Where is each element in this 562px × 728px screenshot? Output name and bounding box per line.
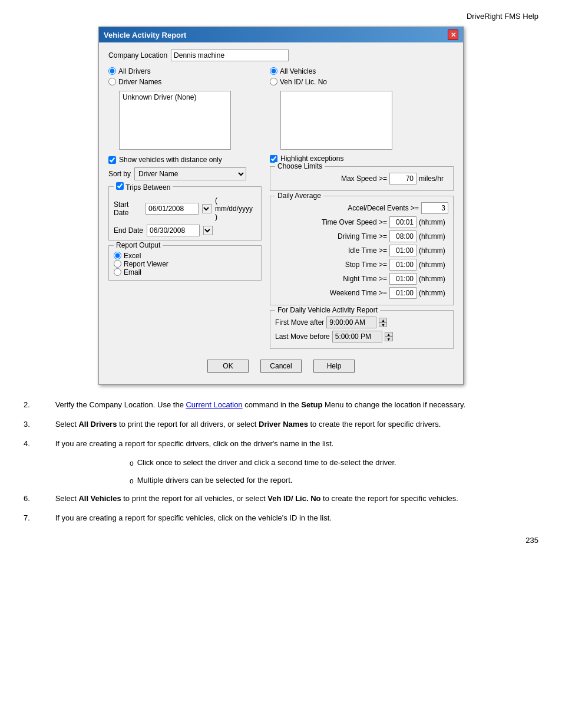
end-date-row: End Date	[114, 225, 256, 236]
list-item[interactable]: Unknown Driver (None)	[121, 93, 229, 102]
para-6-text-mid: to print the report for all vehicles, or…	[121, 494, 268, 503]
show-vehicles-checkbox[interactable]	[108, 156, 116, 164]
idle-time-input[interactable]	[389, 245, 416, 256]
weekend-time-input[interactable]	[389, 287, 416, 299]
dialog-body: Company Location All Drivers Driver Name…	[99, 42, 463, 384]
last-move-row: Last Move before ▲ ▼	[275, 331, 448, 342]
para-2-bold: Setup	[301, 400, 322, 409]
night-time-label: Night Time >=	[343, 275, 387, 283]
report-viewer-radio[interactable]	[114, 260, 121, 268]
max-speed-input[interactable]	[389, 173, 416, 185]
last-move-input[interactable]	[332, 331, 382, 342]
email-radio[interactable]	[114, 268, 121, 276]
cancel-button[interactable]: Cancel	[260, 360, 302, 373]
all-vehicles-label: All Vehicles	[280, 67, 316, 75]
para-7: 7. If you are creating a report for spec…	[24, 512, 538, 525]
dialog-title: Vehicle Activity Report	[104, 31, 186, 39]
start-date-label: Start Date	[114, 200, 142, 217]
driver-names-radio[interactable]	[108, 78, 116, 85]
choose-limits-content: Max Speed >= miles/hr	[275, 170, 448, 185]
vehicle-listbox[interactable]	[280, 91, 392, 150]
last-move-up[interactable]: ▲	[385, 332, 393, 337]
left-column: All Drivers Driver Names Unknown Driver …	[108, 67, 262, 354]
stop-time-unit: (hh:mm)	[419, 261, 448, 269]
company-location-label: Company Location	[108, 51, 167, 60]
start-date-format: ( mm/dd/yyyy )	[215, 196, 256, 221]
company-location-row: Company Location	[108, 50, 454, 61]
veh-id-row: Veh ID/ Lic. No	[270, 78, 454, 86]
company-location-input[interactable]	[171, 50, 289, 61]
start-date-dropdown[interactable]	[202, 204, 211, 213]
last-move-spinner[interactable]: ▲ ▼	[385, 332, 394, 341]
daily-average-group: Daily Average Accel/Decel Events >= Time…	[270, 196, 454, 305]
ok-button[interactable]: OK	[207, 360, 249, 373]
accel-decel-input[interactable]	[421, 202, 448, 214]
weekend-time-row: Weekend Time >= (hh:mm)	[275, 287, 448, 299]
first-move-label: First Move after	[275, 318, 324, 327]
max-speed-label: Max Speed >=	[341, 174, 387, 183]
para-2-text-before: Verify the Company Location. Use the	[55, 400, 186, 409]
trips-between-label: Trips Between	[114, 182, 173, 192]
last-move-down[interactable]: ▼	[385, 337, 393, 341]
para-6: 6. Select All Vehicles to print the repo…	[24, 493, 538, 505]
para-3-text-mid: to print the report for all drivers, or …	[117, 420, 259, 429]
veh-id-label: Veh ID/ Lic. No	[280, 78, 327, 86]
all-vehicles-radio[interactable]	[270, 67, 277, 75]
show-vehicles-row: Show vehicles with distance only	[108, 156, 262, 164]
end-date-dropdown[interactable]	[203, 226, 213, 235]
highlight-exceptions-row: Highlight exceptions	[270, 154, 454, 163]
show-vehicles-label: Show vehicles with distance only	[119, 156, 222, 164]
driving-time-row: Driving Time >= (hh:mm)	[275, 230, 448, 242]
all-drivers-radio[interactable]	[108, 67, 116, 75]
night-time-input[interactable]	[389, 273, 416, 285]
para-3-text-start: Select	[55, 420, 79, 429]
daily-vehicle-title: For Daily Vehicle Activity Report	[275, 306, 380, 314]
email-label: Email	[124, 268, 141, 276]
time-over-speed-row: Time Over Speed >= (hh:mm)	[275, 216, 448, 228]
para-3-content: Select All Drivers to print the report f…	[55, 419, 538, 431]
bullet-text-2: Multiple drivers can be selected for the…	[137, 475, 293, 487]
first-move-spinner[interactable]: ▲ ▼	[379, 318, 388, 327]
time-over-speed-unit: (hh:mm)	[419, 218, 448, 226]
idle-time-unit: (hh:mm)	[419, 246, 448, 255]
vehicle-activity-dialog: Vehicle Activity Report ✕ Company Locati…	[98, 27, 464, 385]
report-viewer-label: Report Viewer	[124, 260, 168, 268]
current-location-link[interactable]: Current Location	[186, 400, 242, 409]
driver-names-label: Driver Names	[118, 78, 161, 86]
driver-listbox[interactable]: Unknown Driver (None)	[119, 91, 231, 150]
para-4-num: 4.	[24, 438, 53, 450]
driver-names-row: Driver Names	[108, 78, 262, 86]
daily-vehicle-content: First Move after ▲ ▼ Last Move before	[275, 314, 448, 342]
weekend-time-unit: (hh:mm)	[419, 289, 448, 297]
para-4-content: If you are creating a report for specifi…	[55, 438, 538, 450]
para-2: 2. Verify the Company Location. Use the …	[24, 399, 538, 411]
first-move-up[interactable]: ▲	[379, 318, 387, 322]
last-move-label: Last Move before	[275, 332, 330, 341]
document-text: 2. Verify the Company Location. Use the …	[24, 399, 538, 524]
close-button[interactable]: ✕	[448, 29, 458, 40]
max-speed-unit: miles/hr	[419, 174, 448, 183]
trips-between-checkbox[interactable]	[116, 182, 124, 190]
sort-by-select[interactable]: Driver Name	[134, 167, 246, 180]
veh-id-radio[interactable]	[270, 78, 277, 85]
excel-radio[interactable]	[114, 252, 121, 259]
first-move-input[interactable]	[326, 317, 376, 328]
choose-limits-title: Choose Limits	[275, 162, 325, 170]
driving-time-input[interactable]	[389, 230, 416, 242]
start-date-input[interactable]	[146, 203, 199, 215]
end-date-input[interactable]	[147, 225, 200, 236]
first-move-row: First Move after ▲ ▼	[275, 317, 448, 328]
time-over-speed-input[interactable]	[389, 216, 416, 228]
max-speed-row: Max Speed >= miles/hr	[275, 173, 448, 185]
highlight-exceptions-checkbox[interactable]	[270, 155, 277, 163]
dialog-footer: OK Cancel Help	[108, 354, 454, 377]
dialog-titlebar: Vehicle Activity Report ✕	[99, 27, 463, 42]
trips-between-content: Start Date ( mm/dd/yyyy ) End Date	[114, 190, 256, 236]
help-button[interactable]: Help	[313, 360, 355, 373]
first-move-down[interactable]: ▼	[379, 322, 387, 327]
para-2-content: Verify the Company Location. Use the Cur…	[55, 399, 538, 411]
stop-time-input[interactable]	[389, 259, 416, 271]
night-time-unit: (hh:mm)	[419, 275, 448, 283]
stop-time-label: Stop Time >=	[345, 261, 387, 269]
driving-time-unit: (hh:mm)	[419, 232, 448, 241]
